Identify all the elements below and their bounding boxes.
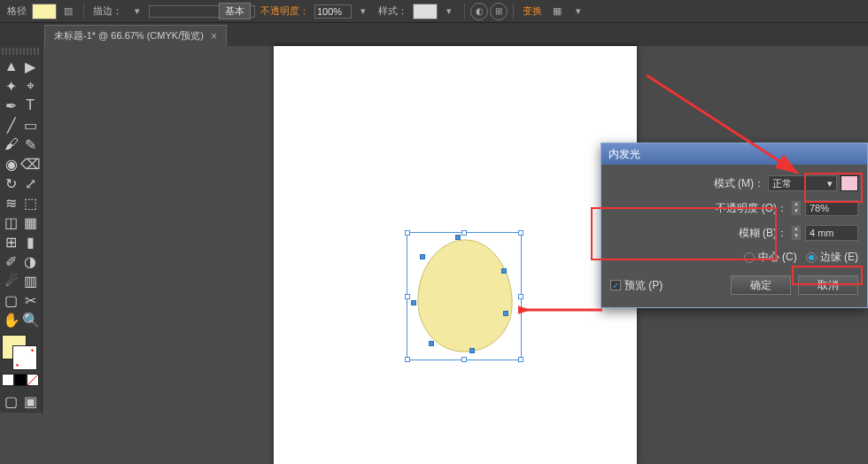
anchor-point[interactable] — [469, 348, 475, 353]
opacity-input[interactable] — [314, 4, 352, 19]
opacity-dropdown-icon[interactable]: ▾ — [353, 3, 373, 20]
tab-close-button[interactable]: × — [211, 30, 217, 43]
extra-icon-2[interactable]: ▾ — [569, 3, 588, 20]
anchor-point[interactable] — [501, 268, 507, 274]
stroke-label: 描边： — [89, 4, 126, 18]
direct-selection-tool[interactable]: ▶ — [21, 57, 41, 76]
resize-handle-br[interactable] — [518, 357, 523, 362]
rotate-tool[interactable]: ↻ — [2, 174, 21, 193]
recolor-button[interactable]: ◐ — [470, 3, 488, 20]
artboard[interactable] — [274, 46, 637, 464]
anchor-point[interactable] — [455, 235, 461, 240]
magic-wand-tool[interactable]: ✦ — [2, 76, 21, 96]
center-radio-label: 中心 (C) — [758, 250, 797, 265]
glow-color-swatch[interactable] — [841, 175, 858, 191]
preview-checkbox[interactable]: ✓ 预览 (P) — [610, 278, 663, 293]
resize-handle-tm[interactable] — [461, 230, 467, 236]
pen-tool[interactable]: ✒ — [2, 96, 21, 115]
selection-bounding-box[interactable] — [407, 232, 522, 360]
style-label: 样式： — [375, 4, 411, 18]
line-tool[interactable]: ╱ — [2, 115, 21, 135]
resize-handle-tr[interactable] — [518, 230, 523, 236]
style-swatch[interactable] — [413, 4, 438, 19]
stroke-color-swatch[interactable] — [12, 345, 37, 370]
blend-tool[interactable]: ◑ — [21, 251, 41, 271]
anchor-point[interactable] — [420, 254, 425, 259]
hand-tool[interactable]: ✋ — [2, 310, 21, 329]
free-transform-tool[interactable]: ⬚ — [21, 193, 41, 213]
zoom-tool[interactable]: 🔍 — [21, 310, 41, 329]
lasso-tool[interactable]: ⌖ — [21, 76, 41, 96]
paintbrush-tool[interactable]: 🖌 — [2, 135, 21, 154]
eyedropper-tool[interactable]: ✐ — [2, 251, 21, 271]
transform-label[interactable]: 变换 — [519, 4, 546, 18]
screen-mode-full[interactable]: ▣ — [21, 391, 41, 411]
blur-input-field[interactable] — [805, 225, 858, 241]
scale-tool[interactable]: ⤢ — [21, 174, 41, 193]
blob-tool[interactable]: ◉ — [2, 154, 20, 174]
opacity-field-label: 不透明度 (O)： — [716, 201, 787, 216]
preview-label: 预览 (P) — [624, 278, 663, 293]
blur-spinner[interactable]: ▲▼ — [791, 225, 802, 241]
shape-builder-tool[interactable]: ◫ — [2, 213, 21, 232]
cancel-button[interactable]: 取消 — [798, 275, 858, 295]
symbol-tool[interactable]: ☄ — [2, 271, 21, 290]
radio-icon-checked — [806, 252, 817, 263]
options-bar: 格径 ▨ 描边： ▾ 基本 不透明度： ▾ 样式： ▾ ◐ ⊞ 变换 ▦ ▾ — [0, 0, 868, 23]
extra-icon-1[interactable]: ▦ — [547, 3, 567, 20]
gradient-tool[interactable]: ▮ — [21, 232, 41, 251]
egg-shape[interactable] — [415, 238, 515, 355]
align-button[interactable]: ⊞ — [490, 3, 508, 20]
ok-button[interactable]: 确定 — [731, 275, 791, 295]
opacity-spinner[interactable]: ▲▼ — [791, 200, 802, 216]
resize-handle-ml[interactable] — [405, 294, 410, 299]
slice-tool[interactable]: ✂ — [21, 290, 41, 310]
mesh-tool[interactable]: ⊞ — [2, 232, 21, 251]
mini-swatch-black[interactable] — [14, 374, 27, 386]
edge-radio[interactable]: 边缘 (E) — [806, 250, 858, 265]
chevron-down-icon: ▾ — [827, 178, 833, 189]
graph-tool[interactable]: ▥ — [21, 271, 41, 290]
resize-handle-bm[interactable] — [461, 357, 467, 362]
document-tab[interactable]: 未标题-1* @ 66.67% (CMYK/预览) × — [44, 25, 227, 46]
style-dropdown-icon[interactable]: ▾ — [439, 3, 459, 20]
opacity-input-field[interactable] — [805, 200, 858, 216]
radio-icon — [744, 252, 755, 263]
inner-glow-dialog: 内发光 模式 (M)： 正常▾ 不透明度 (O)： ▲▼ 模糊 (B)： ▲▼ … — [601, 143, 868, 308]
fill-stroke-swatches[interactable] — [2, 335, 37, 370]
checkbox-icon: ✓ — [610, 280, 621, 290]
opacity-label: 不透明度： — [257, 4, 313, 18]
document-tab-bar: 未标题-1* @ 66.67% (CMYK/预览) × — [0, 23, 868, 46]
mini-swatch-none[interactable] — [27, 374, 39, 386]
stroke-weight-dropdown[interactable]: ▾ — [128, 3, 147, 20]
tool-panel: ▲▶ ✦⌖ ✒T ╱▭ 🖌✎ ◉⌫ ↻⤢ ≋⬚ ◫▦ ⊞▮ ✐◑ ☄▥ ▢✂ ✋… — [0, 46, 43, 413]
mode-label: 模式 (M)： — [714, 176, 764, 191]
panel-grip[interactable] — [2, 48, 40, 55]
stroke-preview[interactable]: 基本 — [149, 5, 255, 18]
artboard-tool[interactable]: ▢ — [2, 290, 21, 310]
fill-swatch[interactable] — [32, 4, 57, 19]
center-radio[interactable]: 中心 (C) — [744, 250, 797, 265]
resize-handle-tl[interactable] — [405, 230, 410, 236]
anchor-point[interactable] — [429, 341, 434, 346]
pencil-tool[interactable]: ✎ — [21, 135, 41, 154]
stroke-profile-button[interactable]: 基本 — [219, 3, 251, 19]
width-tool[interactable]: ≋ — [2, 193, 21, 213]
resize-handle-mr[interactable] — [518, 294, 523, 299]
mini-swatch-white[interactable] — [2, 374, 14, 386]
edge-radio-label: 边缘 (E) — [820, 250, 858, 265]
rectangle-tool[interactable]: ▭ — [21, 115, 41, 135]
tab-title: 未标题-1* @ 66.67% (CMYK/预览) — [54, 29, 204, 43]
type-tool[interactable]: T — [21, 96, 41, 115]
eraser-tool[interactable]: ⌫ — [20, 154, 40, 174]
blur-field-label: 模糊 (B)： — [739, 226, 787, 241]
dialog-titlebar[interactable]: 内发光 — [601, 143, 867, 165]
mode-select[interactable]: 正常▾ — [768, 175, 837, 191]
selection-tool[interactable]: ▲ — [2, 57, 21, 76]
screen-mode-normal[interactable]: ▢ — [2, 391, 21, 411]
anchor-point[interactable] — [503, 311, 508, 316]
no-fill-icon[interactable]: ▨ — [58, 3, 78, 20]
anchor-point[interactable] — [411, 300, 416, 305]
perspective-tool[interactable]: ▦ — [21, 213, 41, 232]
resize-handle-bl[interactable] — [405, 357, 410, 362]
